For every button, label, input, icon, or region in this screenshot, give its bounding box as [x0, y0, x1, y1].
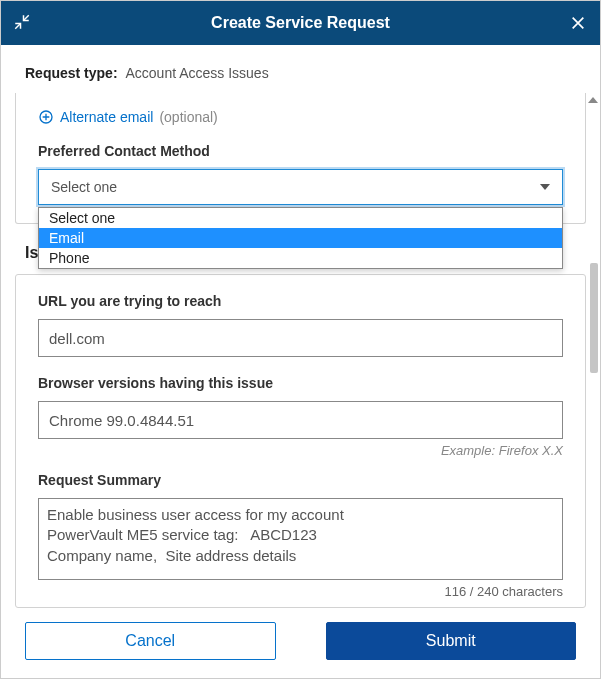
- plus-circle-icon: [38, 109, 54, 125]
- summary-label: Request Summary: [38, 472, 563, 488]
- cancel-button[interactable]: Cancel: [25, 622, 276, 660]
- url-input[interactable]: [38, 319, 563, 357]
- url-label: URL you are trying to reach: [38, 293, 563, 309]
- submit-button[interactable]: Submit: [326, 622, 577, 660]
- contact-card: Alternate email (optional) Preferred Con…: [15, 93, 586, 224]
- preferred-contact-select[interactable]: Select one Select one Email Phone: [38, 169, 563, 205]
- modal-title: Create Service Request: [211, 14, 390, 32]
- alternate-email-row[interactable]: Alternate email (optional): [38, 109, 563, 125]
- request-type-row: Request type: Account Access Issues: [1, 45, 600, 93]
- browser-label: Browser versions having this issue: [38, 375, 563, 391]
- scrollbar-up-arrow[interactable]: [588, 97, 598, 103]
- select-display-value: Select one: [51, 179, 117, 195]
- option-select-one[interactable]: Select one: [39, 208, 562, 228]
- select-input[interactable]: Select one: [38, 169, 563, 205]
- request-type-value: Account Access Issues: [125, 65, 268, 81]
- modal-footer: Cancel Submit: [1, 613, 600, 678]
- summary-char-count: 116 / 240 characters: [38, 584, 563, 599]
- scrollbar-thumb[interactable]: [590, 263, 598, 373]
- alternate-email-optional: (optional): [159, 109, 217, 125]
- chevron-down-icon: [540, 184, 550, 190]
- option-email[interactable]: Email: [39, 228, 562, 248]
- issue-card: URL you are trying to reach Browser vers…: [15, 274, 586, 608]
- select-dropdown: Select one Email Phone: [38, 207, 563, 269]
- browser-input[interactable]: [38, 401, 563, 439]
- modal-header: Create Service Request: [1, 1, 600, 45]
- collapse-icon[interactable]: [13, 13, 31, 31]
- browser-example-hint: Example: Firefox X.X: [38, 443, 563, 458]
- option-phone[interactable]: Phone: [39, 248, 562, 268]
- summary-textarea[interactable]: Enable business user access for my accou…: [38, 498, 563, 580]
- form-scroll-area: Alternate email (optional) Preferred Con…: [1, 93, 600, 633]
- request-type-label: Request type:: [25, 65, 118, 81]
- preferred-contact-label: Preferred Contact Method: [38, 143, 563, 159]
- alternate-email-link[interactable]: Alternate email: [60, 109, 153, 125]
- close-icon[interactable]: [570, 15, 586, 31]
